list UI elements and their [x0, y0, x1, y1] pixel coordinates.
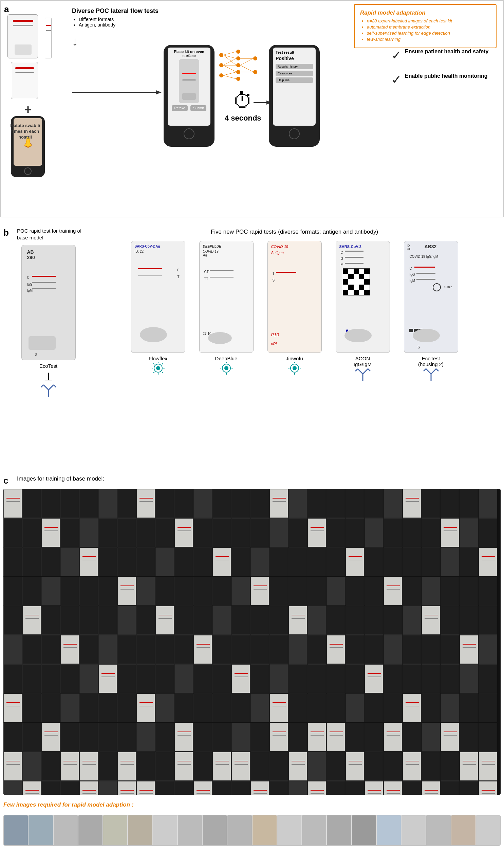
- grid-cell: [288, 547, 307, 576]
- grid-cell: [383, 518, 402, 547]
- svg-line-58: [436, 369, 438, 371]
- grid-cell: [326, 781, 345, 795]
- grid-cell: [137, 635, 155, 664]
- grid-cell: [137, 577, 155, 605]
- svg-point-1: [219, 63, 223, 67]
- grid-cell: [22, 518, 41, 547]
- virus-svg-2: [286, 361, 303, 375]
- grid-cell: [41, 577, 60, 605]
- grid-cell: [22, 664, 41, 693]
- grid-cell: [156, 635, 174, 664]
- phone2-action-buttons: Retake Submit: [172, 105, 207, 111]
- results-history-button[interactable]: Results history: [275, 64, 313, 69]
- grid-cell: [307, 577, 326, 605]
- grid-cell: [364, 781, 383, 795]
- grid-cell: [345, 489, 364, 518]
- resources-button[interactable]: Resources: [275, 71, 313, 76]
- few-images-prefix: Few images required for: [3, 801, 72, 808]
- svg-line-56: [431, 369, 436, 374]
- phone2-home-button[interactable]: [184, 128, 195, 139]
- clock-icon: ⏱: [225, 89, 261, 112]
- check-item-1: ✓ Ensure patient health and safety: [391, 48, 493, 63]
- grid-cell: [383, 635, 402, 664]
- grid-cell: [383, 489, 402, 518]
- grid-cell: [251, 518, 269, 547]
- grid-cell: [156, 723, 174, 752]
- svg-line-57: [424, 369, 426, 371]
- grid-cell: [364, 664, 383, 693]
- grid-cell: [383, 606, 402, 635]
- neural-network-diagram: [218, 48, 258, 82]
- grid-cell: [60, 752, 79, 781]
- grid-cell: [307, 723, 326, 752]
- grid-cell: [118, 489, 136, 518]
- ecotest-base-image: AB290 C IgG IgM S: [21, 245, 76, 360]
- grid-cell: [98, 752, 117, 781]
- grid-cell: [213, 577, 231, 605]
- antibody-icon-base: ⊥: [44, 370, 53, 383]
- grid-cell: [345, 664, 364, 693]
- grid-cell: [98, 693, 117, 722]
- grid-cell: [175, 577, 193, 605]
- retake-button[interactable]: Retake: [172, 105, 188, 111]
- checkmark-1: ✓: [391, 48, 401, 63]
- svg-line-10: [223, 52, 236, 55]
- grid-cell: [288, 693, 307, 722]
- grid-cell: [41, 693, 60, 722]
- grid-cell: [307, 752, 326, 781]
- grid-cell: [307, 547, 326, 576]
- svg-line-34: [162, 372, 163, 373]
- flowflex-image: SARS-CoV-2 Ag ID: 22 C T: [131, 241, 185, 353]
- svg-line-20: [240, 65, 253, 72]
- swab-instruction: Rotate swab 5 times in each nostril: [8, 123, 42, 140]
- grid-cell: [364, 693, 383, 722]
- grid-cell: [251, 752, 269, 781]
- grid-cell: [213, 518, 231, 547]
- section-a: a + 👃 Rotate swab 5 times in ea: [0, 0, 504, 217]
- grid-cell: [137, 781, 155, 795]
- grid-cell: [364, 606, 383, 635]
- svg-point-28: [156, 366, 160, 370]
- grid-cell: [232, 752, 250, 781]
- grid-cell: [213, 781, 231, 795]
- grid-cell: [137, 547, 155, 576]
- grid-cell: [269, 635, 288, 664]
- grid-cell: [213, 723, 231, 752]
- grid-cell: [326, 664, 345, 693]
- grid-cell: [232, 489, 250, 518]
- grid-cell: [79, 693, 98, 722]
- grid-cell: [479, 781, 497, 795]
- grid-cell: [41, 547, 60, 576]
- grid-cell: [345, 577, 364, 605]
- grid-cell: [60, 606, 79, 635]
- phone3-home-button[interactable]: [289, 128, 300, 139]
- antibody-svg-ecotest2: [422, 367, 439, 381]
- grid-cell: [118, 781, 136, 795]
- grid-cell: [60, 693, 79, 722]
- grid-cell: [22, 693, 41, 722]
- grid-cell: [269, 723, 288, 752]
- flow-arrow-1: [69, 82, 164, 103]
- ecotest2-label: EcoTest (housing 2): [418, 356, 444, 367]
- svg-line-26: [54, 385, 56, 387]
- deepblue-card: DEEPBLUE COVID-19Ag CT TT 27 10 DeepBlue: [195, 241, 257, 381]
- ecotest-base-card: AB290 C IgG IgM S EcoTest ⊥: [17, 245, 80, 397]
- grid-cell: [345, 723, 364, 752]
- grid-cell: [175, 606, 193, 635]
- grid-cell: [440, 693, 459, 722]
- grid-cell: [194, 518, 212, 547]
- submit-button[interactable]: Submit: [191, 105, 206, 111]
- help-line-button[interactable]: Help line: [275, 77, 313, 83]
- grid-cell: [479, 664, 497, 693]
- grid-cell: [213, 693, 231, 722]
- grid-cell: [307, 781, 326, 795]
- svg-point-38: [224, 366, 229, 370]
- poc-bullets: Different formats Antigen, antibody: [72, 17, 160, 28]
- grid-cell: [137, 752, 155, 781]
- few-images-emphasis: rapid model adaption: [72, 801, 130, 808]
- grid-cell: [22, 635, 41, 664]
- svg-line-16: [223, 72, 236, 75]
- grid-cell: [288, 518, 307, 547]
- grid-cell: [118, 635, 136, 664]
- svg-line-19: [240, 58, 253, 65]
